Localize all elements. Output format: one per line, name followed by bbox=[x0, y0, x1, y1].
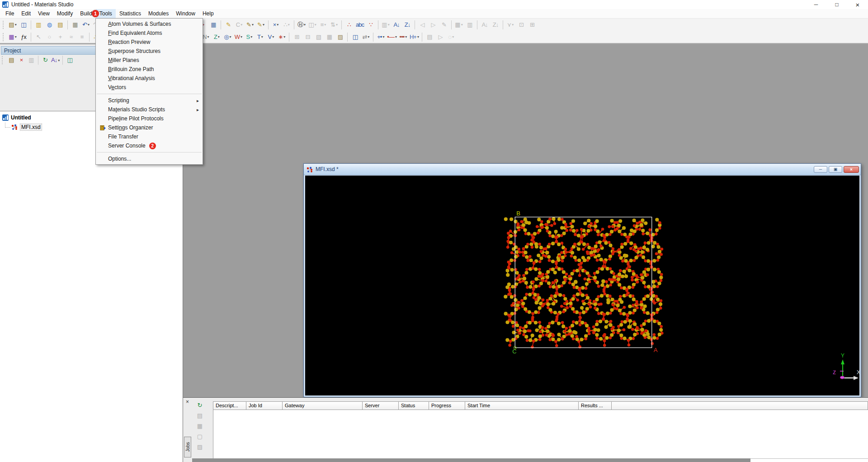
document-close-button[interactable]: × bbox=[844, 166, 859, 173]
menu-statistics[interactable]: Statistics bbox=[116, 9, 145, 18]
document-window-controls: ─ ▣ × bbox=[814, 166, 859, 173]
document-restore-button[interactable]: ▣ bbox=[829, 166, 842, 173]
undo-button[interactable]: ↶▾ bbox=[80, 20, 91, 30]
maximize-button[interactable]: □ bbox=[826, 0, 847, 9]
minimize-button[interactable]: ─ bbox=[806, 0, 826, 9]
sort-project-button[interactable]: A↓▾ bbox=[50, 56, 61, 65]
column-header-progress[interactable]: Progress bbox=[429, 401, 465, 410]
dropdown-arrow-icon: ▾ bbox=[304, 23, 306, 27]
module-14-button[interactable]: W▾ bbox=[233, 32, 244, 42]
sketch-atom-button[interactable]: ✎ bbox=[223, 20, 234, 30]
new-document-button[interactable]: ▤▾ bbox=[7, 20, 18, 30]
calculator-icon: ▦ bbox=[455, 20, 460, 30]
menu-item-scripting[interactable]: Scripting▸ bbox=[96, 96, 203, 105]
copy-table-button[interactable]: ◫ bbox=[349, 32, 360, 42]
atom-translate-icon: ⇅ bbox=[330, 20, 335, 30]
menu-item-miller-planes[interactable]: Miller Planes bbox=[96, 56, 203, 65]
close-button[interactable]: × bbox=[847, 0, 868, 9]
column-header-job-id[interactable]: Job Id bbox=[246, 401, 283, 410]
toolbar-separator bbox=[477, 20, 477, 29]
view-table-button[interactable]: ▦▾ bbox=[7, 32, 18, 42]
menu-window[interactable]: Window bbox=[172, 9, 199, 18]
delete-item-button[interactable]: × bbox=[16, 56, 26, 65]
column-header-gateway[interactable]: Gateway bbox=[283, 401, 363, 410]
lock-button: ⊡ bbox=[516, 20, 527, 30]
column-header-start-time[interactable]: Start Time bbox=[465, 401, 579, 410]
module-16-button[interactable]: T▾ bbox=[255, 32, 265, 42]
sketch-ring-button[interactable]: ✎▾ bbox=[245, 20, 255, 30]
menu-view[interactable]: View bbox=[34, 9, 53, 18]
open-folder-button[interactable]: ▥ bbox=[33, 20, 44, 30]
module-13-button[interactable]: ◎▾ bbox=[222, 32, 233, 42]
preview-button[interactable]: ◫ bbox=[65, 56, 75, 65]
menu-item-brillouin-zone-path[interactable]: Brillouin Zone Path bbox=[96, 65, 203, 74]
document-titlebar[interactable]: MFI.xsd * ─ ▣ × bbox=[304, 164, 861, 175]
column-header-server[interactable]: Server bbox=[363, 401, 399, 410]
menu-item-atom-volumes-surfaces[interactable]: Atom Volumes & Surfaces bbox=[96, 19, 203, 29]
menu-item-icon-blank bbox=[98, 38, 108, 46]
menu-item-settings-organizer[interactable]: Settings Organizer bbox=[96, 123, 203, 132]
sort-descending-icon: Z↓ bbox=[405, 20, 410, 30]
new-item-button[interactable]: ▤ bbox=[6, 56, 16, 65]
refresh-project-button[interactable]: ↻ bbox=[40, 56, 50, 65]
export-file-button[interactable]: ▤ bbox=[55, 20, 66, 30]
menu-item-pipeline-pilot-protocols[interactable]: Pipeline Pilot Protocols bbox=[96, 114, 203, 123]
menu-modules[interactable]: Modules bbox=[145, 9, 172, 18]
display-style-button[interactable]: ▦ bbox=[208, 20, 219, 30]
menu-item-reaction-preview[interactable]: Reaction Preview bbox=[96, 38, 203, 47]
transpose-button[interactable]: ⇄▾ bbox=[360, 32, 371, 42]
display-style-icon: ▦ bbox=[211, 20, 216, 30]
module-18-button[interactable]: ∗▾ bbox=[276, 32, 287, 42]
create-chain-button[interactable]: •••▾ bbox=[398, 32, 409, 42]
pan-icon: + bbox=[59, 32, 62, 42]
jobs-panel-close-button[interactable]: × bbox=[186, 399, 189, 405]
menu-item-vectors[interactable]: Vectors bbox=[96, 83, 203, 92]
menu-file[interactable]: File bbox=[2, 9, 18, 18]
module-12-button[interactable]: Z▾ bbox=[211, 32, 222, 42]
menu-help[interactable]: Help bbox=[199, 9, 217, 18]
create-bond-button[interactable]: •—▾ bbox=[386, 32, 398, 42]
toolbar-separator bbox=[373, 33, 373, 42]
structure-viewport[interactable]: BCAYXZ bbox=[305, 176, 859, 395]
label-atoms-button[interactable]: ∴ bbox=[344, 20, 354, 30]
import-globe-button[interactable]: ◍ bbox=[44, 20, 55, 30]
menu-item-find-equivalent-atoms[interactable]: Find Equivalent Atoms bbox=[96, 29, 203, 38]
structure-canvas[interactable]: BCAYXZ bbox=[305, 176, 859, 395]
module-15-button[interactable]: S▾ bbox=[244, 32, 255, 42]
protonate-button[interactable]: H+▾ bbox=[409, 32, 420, 42]
label-abc-button[interactable]: abc bbox=[354, 20, 365, 30]
document-minimize-button[interactable]: ─ bbox=[814, 166, 827, 173]
lasso-button: ◌▾ bbox=[446, 32, 457, 42]
add-atom-button[interactable]: +•▾ bbox=[375, 32, 386, 42]
clean-structure-button[interactable]: ×▾ bbox=[270, 20, 281, 30]
menu-item-file-transfer[interactable]: File Transfer bbox=[96, 132, 203, 141]
align-view-button: ≡ bbox=[76, 32, 87, 42]
menu-item-options[interactable]: Options... bbox=[96, 154, 203, 163]
menu-edit[interactable]: Edit bbox=[18, 9, 34, 18]
measure-change-button[interactable]: Ⓗ▾ bbox=[296, 20, 307, 30]
sort-descending-button[interactable]: Z↓ bbox=[402, 20, 413, 30]
save-button[interactable]: ◫ bbox=[18, 20, 29, 30]
column-header-results[interactable]: Results ... bbox=[579, 401, 612, 410]
column-header-status[interactable]: Status bbox=[399, 401, 429, 410]
print-button[interactable]: ▦ bbox=[70, 20, 80, 30]
menu-item-materials-studio-scripts[interactable]: Materials Studio Scripts▸ bbox=[96, 105, 203, 114]
menu-item-vibrational-analysis[interactable]: Vibrational Analysis bbox=[96, 74, 203, 83]
menu-item-superpose-structures[interactable]: Superpose Structures bbox=[96, 47, 203, 56]
menu-modify[interactable]: Modify bbox=[53, 9, 76, 18]
sort-ascending-button[interactable]: A↓ bbox=[391, 20, 402, 30]
function-button[interactable]: ƒx bbox=[18, 32, 29, 42]
jobs-table-body[interactable] bbox=[213, 410, 868, 458]
menu-item-server-console[interactable]: Server Console2 bbox=[96, 141, 203, 150]
toolbar-separator bbox=[378, 20, 378, 29]
sketch-fragment-button[interactable]: ✎▾ bbox=[255, 20, 266, 30]
format-cells-button[interactable]: ▨ bbox=[335, 32, 345, 42]
dropdown-arrow-icon: ▾ bbox=[252, 23, 254, 27]
label-options-button[interactable]: ∵ bbox=[365, 20, 376, 30]
column-header-descript[interactable]: Descript... bbox=[213, 401, 246, 410]
delete-item-icon: × bbox=[20, 55, 23, 65]
jobs-tab[interactable]: Jobs bbox=[184, 437, 191, 457]
jobs-refresh-icon[interactable]: ↻ bbox=[198, 402, 203, 409]
module-17-button[interactable]: V▾ bbox=[265, 32, 276, 42]
menu-item-label: Find Equivalent Atoms bbox=[108, 30, 162, 36]
